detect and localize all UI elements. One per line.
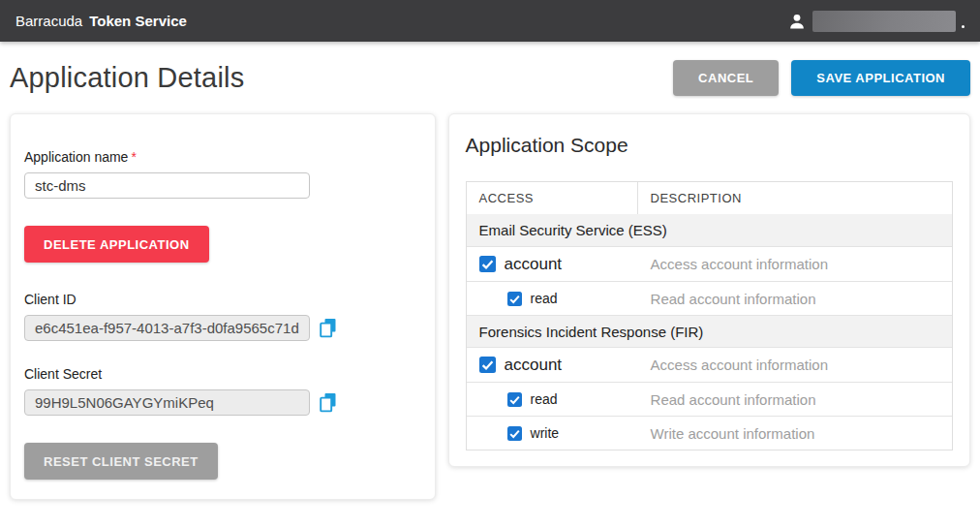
brand-name: Barracuda xyxy=(15,13,82,29)
scope-checkbox-account[interactable] xyxy=(479,256,496,272)
scope-group-name: Forensics Incident Response (FIR) xyxy=(467,324,704,340)
scope-checkbox-read[interactable] xyxy=(507,392,522,407)
client-secret-input xyxy=(24,389,310,416)
scope-row: accountAccess account information xyxy=(467,246,952,281)
client-id-row xyxy=(24,315,421,341)
access-column-header: ACCESS xyxy=(467,182,638,214)
user-menu[interactable] xyxy=(787,11,965,32)
scope-table-rows: Email Security Service (ESS)accountAcces… xyxy=(467,214,952,450)
cancel-button[interactable]: CANCEL xyxy=(673,60,779,96)
scope-row: accountAccess account information xyxy=(467,347,952,382)
page-header: Application Details CANCEL SAVE APPLICAT… xyxy=(0,42,980,113)
copy-client-id-button[interactable] xyxy=(319,318,338,338)
scope-description: Write account information xyxy=(638,425,952,442)
scope-name-label: write xyxy=(531,425,560,441)
scope-name-label: account xyxy=(505,255,563,274)
scope-access-cell: read xyxy=(467,291,638,306)
scope-table: ACCESS DESCRIPTION Email Security Servic… xyxy=(466,181,953,450)
scope-group-name: Email Security Service (ESS) xyxy=(467,222,667,238)
scope-group-row: Forensics Incident Response (FIR) xyxy=(467,315,952,347)
scope-description: Read account information xyxy=(638,391,952,408)
application-scope-card: Application Scope ACCESS DESCRIPTION Ema… xyxy=(448,113,970,467)
application-details-card: Application name* DELETE APPLICATION Cli… xyxy=(10,113,436,500)
application-name-input[interactable] xyxy=(24,172,310,199)
scope-access-cell: account xyxy=(467,255,638,274)
scope-access-cell: read xyxy=(467,391,638,407)
user-icon xyxy=(787,12,807,31)
brand: Barracuda Token Service xyxy=(15,13,187,29)
scope-group-row: Email Security Service (ESS) xyxy=(467,214,952,246)
copy-client-secret-button[interactable] xyxy=(319,392,338,413)
description-column-header: DESCRIPTION xyxy=(638,191,952,205)
topbar: Barracuda Token Service xyxy=(0,0,980,42)
copy-icon xyxy=(319,392,338,413)
scope-row: readRead account information xyxy=(467,382,952,416)
scope-description: Read account information xyxy=(638,291,952,307)
client-secret-row xyxy=(24,389,421,416)
reset-client-secret-button[interactable]: RESET CLIENT SECRET xyxy=(24,443,218,480)
application-name-label-text: Application name xyxy=(24,149,128,165)
scope-access-cell: write xyxy=(467,425,638,441)
scope-checkbox-read[interactable] xyxy=(507,292,522,306)
scope-title: Application Scope xyxy=(466,134,953,157)
client-id-label: Client ID xyxy=(24,292,421,307)
main-content: Application name* DELETE APPLICATION Cli… xyxy=(0,113,980,500)
scope-name-label: account xyxy=(505,356,563,375)
scope-checkbox-write[interactable] xyxy=(507,426,522,441)
scope-checkbox-account[interactable] xyxy=(479,357,496,373)
redaction-dot xyxy=(962,25,965,28)
product-name: Token Service xyxy=(89,13,187,29)
header-actions: CANCEL SAVE APPLICATION xyxy=(673,60,970,96)
scope-row: readRead account information xyxy=(467,281,952,315)
client-id-input xyxy=(24,315,310,341)
scope-description: Access account information xyxy=(638,256,952,272)
client-secret-label: Client Secret xyxy=(24,366,421,382)
page-title: Application Details xyxy=(10,62,244,94)
scope-access-cell: account xyxy=(467,356,638,375)
scope-row: writeWrite account information xyxy=(467,416,952,450)
scope-table-header: ACCESS DESCRIPTION xyxy=(467,182,952,214)
scope-description: Access account information xyxy=(638,357,952,373)
delete-application-button[interactable]: DELETE APPLICATION xyxy=(24,226,209,263)
copy-icon xyxy=(319,318,338,338)
scope-name-label: read xyxy=(531,291,558,306)
save-application-button[interactable]: SAVE APPLICATION xyxy=(791,60,970,96)
application-name-label: Application name* xyxy=(24,149,421,165)
user-name-redacted xyxy=(812,11,956,32)
scope-name-label: read xyxy=(531,391,558,407)
required-asterisk: * xyxy=(131,149,136,165)
